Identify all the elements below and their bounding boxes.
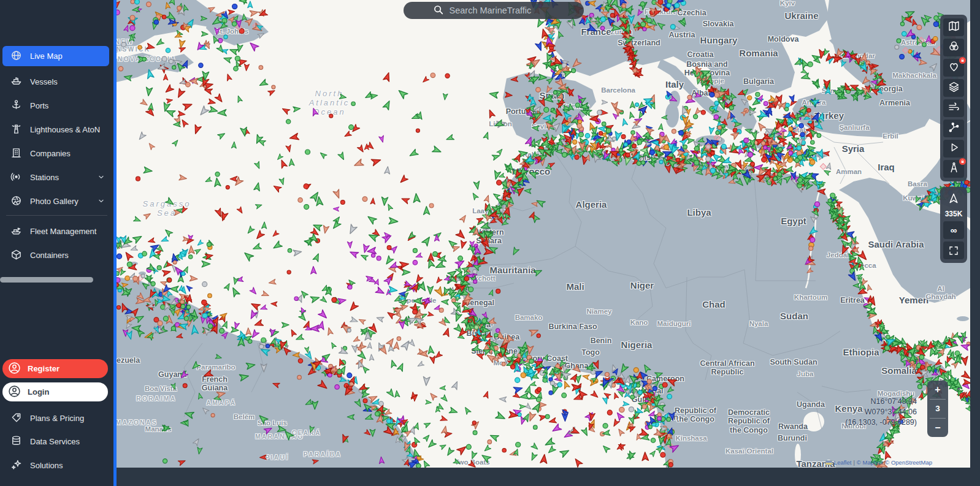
map-land-layer bbox=[117, 0, 970, 468]
sidebar-item-label: Vessels bbox=[30, 77, 58, 86]
register-button[interactable]: Register bbox=[2, 359, 108, 378]
map-attribution: Leaflet | © Mapbox © OpenStreetMap bbox=[825, 459, 932, 466]
marinetraffic-live-map-page: Live MapVesselsPortsLighthouses & AtoNCo… bbox=[0, 0, 980, 486]
playback-button[interactable] bbox=[943, 140, 964, 158]
sidebar-accent-strip bbox=[113, 0, 117, 486]
sparkles-icon bbox=[10, 459, 22, 473]
sidebar: Live MapVesselsPortsLighthouses & AtoNCo… bbox=[0, 0, 113, 486]
sidebar-item-label: Photo Gallery bbox=[30, 197, 78, 206]
route-icon bbox=[947, 121, 960, 136]
chevron-down-icon bbox=[98, 173, 105, 183]
play-icon bbox=[947, 141, 960, 156]
unlimited-vessels-button[interactable]: ∞ bbox=[943, 221, 964, 239]
sidebar-item-stations[interactable]: Stations bbox=[0, 167, 113, 188]
lighthouse-icon bbox=[10, 123, 22, 137]
sidebar-item-containers[interactable]: Containers bbox=[0, 245, 113, 265]
right-edge-strip bbox=[970, 0, 980, 486]
globe-icon bbox=[10, 50, 22, 63]
cube-icon bbox=[10, 249, 22, 262]
sidebar-scrollbar-thumb[interactable] bbox=[0, 277, 93, 283]
heart-icon bbox=[947, 60, 960, 75]
layers-icon bbox=[947, 80, 960, 96]
layers-button[interactable] bbox=[943, 79, 964, 97]
sidebar-item-label: Lighthouses & AtoN bbox=[30, 125, 100, 134]
sidebar-item-label: Ports bbox=[30, 101, 48, 110]
sidebar-item-solutions[interactable]: Solutions bbox=[0, 455, 113, 476]
cursor-arrow-icon bbox=[943, 191, 964, 207]
aperture-icon bbox=[10, 195, 22, 208]
fullscreen-icon bbox=[948, 245, 959, 256]
routes-button[interactable] bbox=[943, 120, 964, 137]
search-input[interactable] bbox=[448, 5, 555, 16]
sidebar-item-data-services[interactable]: Data Services bbox=[0, 431, 113, 452]
sidebar-divider bbox=[6, 215, 107, 216]
building-icon bbox=[10, 147, 22, 161]
flag-icon bbox=[825, 460, 832, 465]
sidebar-item-plans-pricing[interactable]: Plans & Pricing bbox=[0, 408, 113, 428]
map-canvas[interactable]: FranceSpainItalyTurkeyUkraineMoroccoAlge… bbox=[117, 0, 970, 468]
sidebar-item-live-map[interactable]: Live Map bbox=[2, 46, 109, 66]
search-icon bbox=[433, 4, 443, 17]
sidebar-item-label: Live Map bbox=[30, 51, 63, 61]
zoom-level: 3 bbox=[927, 400, 948, 418]
map-style-button[interactable] bbox=[943, 18, 964, 36]
fullscreen-button[interactable] bbox=[943, 241, 964, 259]
vessel-count-panel: 335K ∞ bbox=[940, 187, 967, 263]
sidebar-item-vessels[interactable]: Vessels bbox=[0, 72, 113, 92]
my-fleets-button[interactable] bbox=[943, 59, 964, 77]
vessel-count-badge: 335K bbox=[945, 209, 963, 219]
sidebar-item-label: Fleet Management bbox=[30, 227, 96, 236]
sidebar-item-lighthouses-aton[interactable]: Lighthouses & AtoN bbox=[0, 120, 113, 140]
map-icon bbox=[947, 20, 960, 35]
compass-icon bbox=[947, 161, 960, 177]
search-bar[interactable] bbox=[404, 2, 584, 19]
login-button[interactable]: Login bbox=[2, 382, 108, 401]
fleet-icon bbox=[10, 225, 22, 238]
ship-icon bbox=[10, 75, 22, 89]
density-maps-button[interactable] bbox=[943, 39, 964, 56]
map-tools-panel bbox=[940, 15, 967, 181]
sidebar-item-fleet-management[interactable]: Fleet Management bbox=[0, 221, 113, 241]
venn-icon bbox=[947, 40, 960, 55]
zoom-out-button[interactable]: − bbox=[927, 419, 948, 437]
sidebar-item-label: Containers bbox=[30, 251, 69, 260]
sidebar-item-label: Stations bbox=[30, 173, 59, 182]
weather-button[interactable] bbox=[943, 99, 964, 117]
mapbox-link[interactable]: © Mapbox bbox=[857, 459, 883, 466]
bottom-bar bbox=[117, 468, 980, 486]
leaflet-link[interactable]: Leaflet bbox=[834, 459, 852, 466]
zoom-in-button[interactable]: + bbox=[927, 381, 948, 399]
person-circle-icon bbox=[8, 362, 21, 376]
lock-icon bbox=[959, 158, 966, 165]
infinity-icon: ∞ bbox=[951, 226, 957, 235]
wind-icon bbox=[947, 101, 960, 116]
osm-link[interactable]: © OpenStreetMap bbox=[885, 459, 932, 466]
database-icon bbox=[10, 435, 22, 449]
zoom-control: + 3 − bbox=[927, 381, 948, 437]
sidebar-item-photo-gallery[interactable]: Photo Gallery bbox=[0, 191, 113, 211]
sidebar-item-label: Solutions bbox=[30, 461, 63, 470]
person-circle-icon bbox=[8, 385, 21, 400]
sidebar-item-label: Companies bbox=[30, 149, 71, 158]
sidebar-item-label: Plans & Pricing bbox=[30, 414, 84, 423]
tools-button[interactable] bbox=[943, 160, 964, 178]
sidebar-item-label: Data Services bbox=[30, 437, 80, 446]
tag-icon bbox=[10, 412, 22, 425]
chevron-down-icon bbox=[98, 197, 105, 207]
lock-icon bbox=[959, 57, 966, 64]
anchor-icon bbox=[10, 99, 22, 113]
broadcast-icon bbox=[10, 171, 22, 184]
sidebar-item-companies[interactable]: Companies bbox=[0, 143, 113, 164]
sidebar-item-ports[interactable]: Ports bbox=[0, 96, 113, 116]
